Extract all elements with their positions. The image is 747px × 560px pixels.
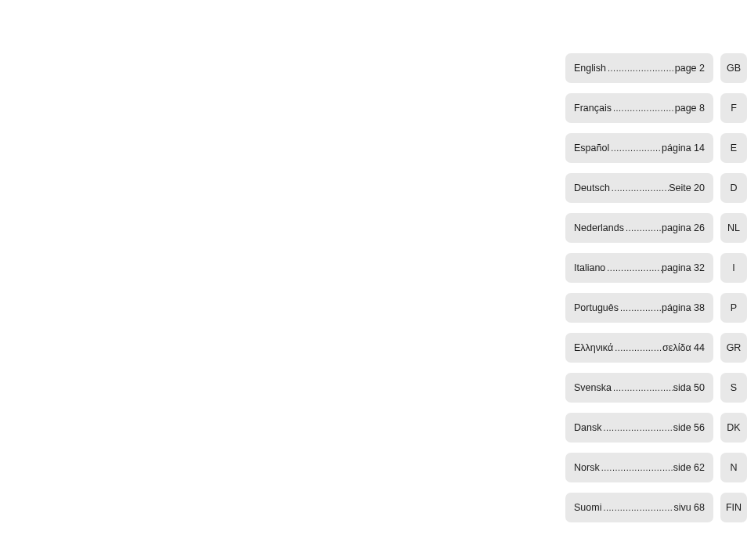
toc-country-code: GB — [720, 53, 747, 83]
toc-language-name: Svenska — [574, 382, 612, 393]
toc-row: Nederlands pagina 26 NL — [565, 213, 747, 243]
toc-row: Ελληνικά σελίδα 44 GR — [565, 333, 747, 363]
toc-language-name: English — [574, 63, 606, 74]
toc-language-entry: Español página 14 — [565, 133, 713, 163]
toc-leader-dots — [609, 143, 662, 153]
toc-row: Español página 14 E — [565, 133, 747, 163]
toc-language-name: Norsk — [574, 462, 600, 473]
toc-page-label: page 2 — [675, 63, 705, 74]
table-of-contents: English page 2 GB Français page 8 F Espa… — [565, 53, 747, 533]
toc-country-code: DK — [720, 413, 747, 443]
toc-language-entry: English page 2 — [565, 53, 713, 83]
toc-language-entry: Italiano pagina 32 — [565, 253, 713, 283]
toc-leader-dots — [619, 303, 662, 313]
toc-page-label: σελίδα 44 — [662, 342, 705, 353]
toc-leader-dots — [605, 263, 662, 273]
toc-leader-dots — [612, 383, 673, 392]
toc-language-entry: Français page 8 — [565, 93, 713, 123]
toc-leader-dots — [601, 423, 673, 432]
toc-language-entry: Português página 38 — [565, 293, 713, 323]
toc-page-label: sivu 68 — [673, 502, 705, 513]
toc-language-name: Français — [574, 103, 612, 114]
toc-page-label: side 62 — [673, 462, 705, 473]
toc-row: Deutsch Seite 20 D — [565, 173, 747, 203]
toc-country-code: GR — [720, 333, 747, 363]
toc-row: Suomi sivu 68 FIN — [565, 493, 747, 522]
toc-language-name: Italiano — [574, 262, 605, 273]
toc-country-code: I — [720, 253, 747, 283]
toc-page-label: pagina 26 — [662, 222, 705, 233]
toc-row: Português página 38 P — [565, 293, 747, 323]
toc-page-label: page 8 — [675, 103, 705, 114]
toc-language-name: Dansk — [574, 422, 601, 433]
toc-country-code: D — [720, 173, 747, 203]
toc-language-name: Deutsch — [574, 182, 610, 193]
toc-language-entry: Norsk side 62 — [565, 453, 713, 482]
toc-country-code: F — [720, 93, 747, 123]
toc-leader-dots — [606, 63, 675, 73]
toc-leader-dots — [612, 103, 675, 113]
toc-page-label: Seite 20 — [669, 182, 705, 193]
toc-country-code: NL — [720, 213, 747, 243]
toc-leader-dots — [613, 343, 662, 352]
toc-row: Dansk side 56 DK — [565, 413, 747, 443]
toc-page-label: página 38 — [662, 302, 705, 313]
toc-language-name: Nederlands — [574, 222, 624, 233]
toc-language-entry: Suomi sivu 68 — [565, 493, 713, 522]
toc-page-label: side 56 — [673, 422, 705, 433]
toc-language-entry: Deutsch Seite 20 — [565, 173, 713, 203]
toc-language-name: Português — [574, 302, 619, 313]
toc-language-name: Ελληνικά — [574, 342, 613, 353]
toc-language-entry: Dansk side 56 — [565, 413, 713, 443]
toc-language-name: Suomi — [574, 502, 601, 513]
toc-row: Svenska sida 50 S — [565, 373, 747, 403]
toc-country-code: P — [720, 293, 747, 323]
toc-leader-dots — [601, 503, 673, 512]
toc-page-label: pagina 32 — [662, 262, 705, 273]
toc-row: Français page 8 F — [565, 93, 747, 123]
toc-page-label: sida 50 — [673, 382, 705, 393]
toc-country-code: E — [720, 133, 747, 163]
toc-country-code: S — [720, 373, 747, 403]
toc-row: English page 2 GB — [565, 53, 747, 83]
toc-language-entry: Nederlands pagina 26 — [565, 213, 713, 243]
toc-language-name: Español — [574, 143, 609, 154]
toc-language-entry: Ελληνικά σελίδα 44 — [565, 333, 713, 363]
toc-language-entry: Svenska sida 50 — [565, 373, 713, 403]
toc-country-code: N — [720, 453, 747, 482]
toc-leader-dots — [600, 463, 673, 472]
toc-leader-dots — [610, 183, 669, 193]
toc-row: Italiano pagina 32 I — [565, 253, 747, 283]
toc-leader-dots — [624, 223, 662, 233]
toc-row: Norsk side 62 N — [565, 453, 747, 482]
toc-country-code: FIN — [720, 493, 747, 522]
toc-page-label: página 14 — [662, 143, 705, 154]
